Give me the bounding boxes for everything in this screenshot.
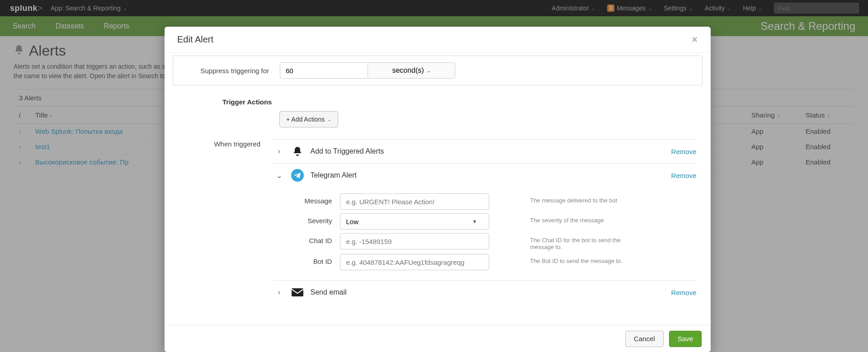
- remove-link[interactable]: Remove: [671, 172, 697, 179]
- chevron-down-icon: ⌄: [427, 68, 431, 74]
- suppress-label: Suppress triggering for: [181, 67, 280, 75]
- telegram-icon: [291, 169, 304, 182]
- svg-rect-1: [292, 288, 303, 296]
- chatid-help: The Chat ID for the bot to send the mess…: [530, 233, 643, 250]
- modal-title: Edit Alert: [177, 34, 213, 45]
- chatid-input[interactable]: [340, 233, 489, 249]
- add-actions-button[interactable]: + Add Actions ⌄: [279, 111, 338, 127]
- action-send-email: › Send email Remove: [273, 280, 696, 304]
- trigger-actions-title: Trigger Actions: [222, 98, 703, 106]
- edit-alert-modal: Edit Alert ✕ Suppress triggering for sec…: [165, 27, 711, 352]
- chevron-right-icon[interactable]: ›: [273, 145, 285, 157]
- botid-help: The Bot ID to send the message to.: [530, 254, 623, 264]
- message-help: The message delivered to the bot: [530, 193, 617, 204]
- close-icon[interactable]: ✕: [691, 35, 698, 45]
- triangle-down-icon: ▼: [472, 219, 477, 224]
- action-name: Add to Triggered Alerts: [310, 147, 384, 155]
- modal-header: Edit Alert ✕: [165, 27, 711, 53]
- when-triggered-label: When triggered: [173, 140, 271, 148]
- add-actions-label: + Add Actions: [286, 116, 325, 123]
- suppress-unit-select[interactable]: second(s) ⌄: [368, 62, 455, 79]
- telegram-form: Message The message delivered to the bot…: [273, 187, 696, 280]
- bell-icon: [291, 145, 304, 158]
- action-name: Telegram Alert: [310, 171, 356, 179]
- action-triggered-alerts: › Add to Triggered Alerts Remove: [273, 139, 696, 163]
- action-name: Send email: [310, 288, 346, 296]
- remove-link[interactable]: Remove: [671, 148, 697, 155]
- severity-label: Severity: [273, 213, 340, 225]
- modal-footer: Cancel Save: [165, 325, 711, 352]
- suppress-value-input[interactable]: [280, 62, 369, 79]
- chevron-right-icon[interactable]: ›: [273, 286, 285, 298]
- modal-body: Suppress triggering for second(s) ⌄ Trig…: [165, 53, 711, 325]
- severity-value: Low: [346, 218, 359, 225]
- severity-help: The severity of the message: [530, 213, 604, 224]
- suppress-unit-label: second(s): [392, 66, 424, 75]
- botid-label: Bot ID: [273, 254, 340, 265]
- action-telegram: ⌄ Telegram Alert Remove Message The mess…: [273, 163, 696, 280]
- chevron-down-icon[interactable]: ⌄: [273, 169, 285, 181]
- message-input[interactable]: [340, 193, 489, 210]
- remove-link[interactable]: Remove: [671, 289, 697, 296]
- botid-input[interactable]: [340, 254, 489, 270]
- chevron-down-icon: ⌄: [327, 117, 331, 122]
- message-label: Message: [273, 193, 340, 205]
- chatid-label: Chat ID: [273, 233, 340, 244]
- mail-icon: [291, 286, 304, 299]
- severity-select[interactable]: Low ▼: [340, 213, 489, 230]
- cancel-button[interactable]: Cancel: [625, 331, 664, 347]
- actions-list: › Add to Triggered Alerts Remove ⌄: [273, 133, 696, 304]
- save-button[interactable]: Save: [669, 331, 702, 347]
- suppress-card: Suppress triggering for second(s) ⌄: [173, 56, 703, 85]
